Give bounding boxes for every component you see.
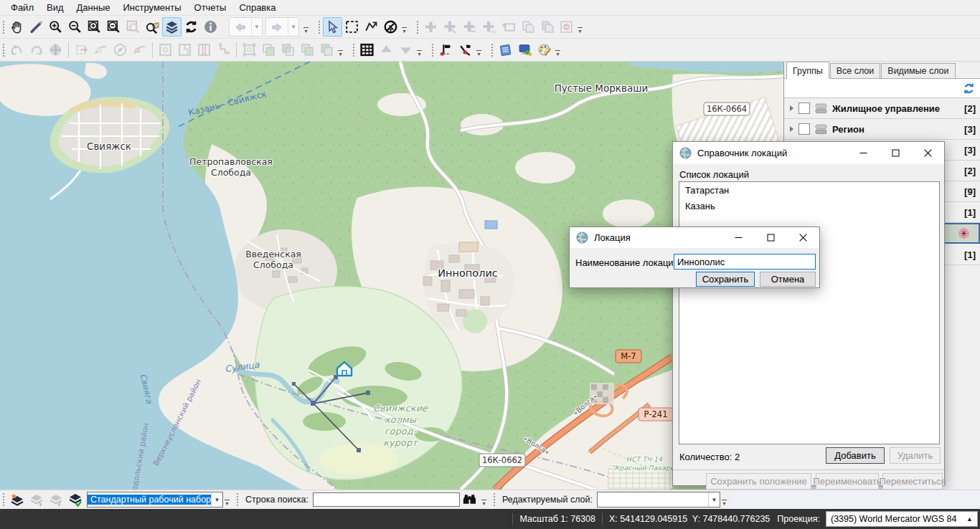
move-up-icon-disabled[interactable] (377, 40, 396, 59)
box-append-icon-disabled[interactable] (240, 40, 259, 59)
box-overlap-icon-1-disabled[interactable] (259, 40, 278, 59)
add-location-button[interactable]: Добавить (826, 447, 885, 464)
tab-all-layers[interactable]: Все слои (830, 63, 881, 78)
workset-export-icon-disabled[interactable] (46, 492, 65, 507)
edit-rect-icon-disabled[interactable] (72, 40, 91, 59)
nav-back-splitbutton[interactable]: ▼ (229, 17, 263, 37)
maximize-button[interactable] (755, 227, 787, 248)
refresh-map-icon[interactable] (182, 17, 201, 37)
toolbar-grip[interactable] (317, 19, 321, 35)
menu-reports[interactable]: Отчеты (188, 1, 233, 14)
close-button[interactable] (912, 142, 944, 164)
workset-favorite-layers-icon[interactable] (7, 492, 27, 507)
dialog-titlebar[interactable]: Справочник локаций (673, 142, 944, 164)
chevron-down-icon[interactable]: ▼ (211, 492, 222, 507)
layer-group-row[interactable]: Жилищное управление [2] (784, 98, 980, 119)
toolbar-overflow[interactable]: ▾ (302, 19, 310, 35)
zoom-out-window-icon[interactable] (104, 17, 123, 37)
save-location-button[interactable]: Сохранить (696, 272, 755, 287)
paste-icon-disabled[interactable] (537, 17, 557, 37)
chevron-up-icon[interactable]: ▲ (966, 515, 973, 523)
zoom-out-icon[interactable] (65, 17, 85, 37)
expand-caret-icon[interactable] (790, 126, 793, 132)
info-icon[interactable] (201, 17, 220, 37)
copy-icon-disabled[interactable] (518, 17, 537, 37)
rect-select-icon[interactable] (342, 17, 362, 37)
toolbar-grip[interactable] (415, 19, 419, 35)
zoom-in-icon[interactable] (46, 17, 65, 37)
delete-vertex-icon-disabled[interactable] (130, 40, 149, 59)
toolbar-overflow[interactable]: ▾ (720, 492, 728, 507)
dialog-titlebar[interactable]: Локация (570, 227, 819, 248)
box-cut-icon-disabled[interactable] (175, 40, 194, 59)
snap-flag-icon-1[interactable] (436, 40, 456, 59)
toolbar-grip[interactable] (1, 492, 5, 507)
move-objects-icon-disabled[interactable] (46, 40, 65, 59)
notes-icon[interactable] (496, 40, 515, 59)
add-object-icon-disabled[interactable] (421, 17, 440, 37)
rotate-icon-disabled[interactable] (110, 40, 130, 59)
editable-layer-combobox[interactable]: ▼ (597, 492, 720, 507)
menu-file[interactable]: Файл (4, 1, 40, 14)
layers-filter-bar[interactable] (784, 79, 980, 98)
measure-tool-icon[interactable] (27, 17, 46, 37)
toolbar-overflow[interactable]: ▾ (400, 19, 408, 35)
pan-hand-icon[interactable] (7, 17, 27, 37)
toolbar-overflow[interactable]: ▾ (554, 42, 562, 58)
box-overlap-icon-4-disabled[interactable] (317, 40, 336, 59)
select-cursor-icon[interactable] (323, 17, 342, 37)
nav-forward-dropdown[interactable]: ▼ (288, 18, 298, 36)
polygon-select-icon[interactable] (362, 17, 381, 37)
workset-apply-check-icon[interactable] (65, 492, 85, 507)
toolbar-overflow[interactable]: ▾ (576, 19, 584, 35)
workset-import-icon-disabled[interactable] (27, 492, 46, 507)
layers-tool-icon[interactable] (162, 17, 182, 37)
minimize-button[interactable] (847, 142, 880, 164)
cancel-button[interactable]: Отмена (760, 272, 816, 287)
undo-icon-disabled[interactable] (7, 40, 27, 59)
toolbar-grip[interactable] (235, 492, 239, 507)
toolbar-overflow[interactable]: ▾ (475, 42, 483, 58)
toolbar-overflow[interactable]: ▾ (415, 42, 423, 58)
menu-tools[interactable]: Инструменты (116, 1, 187, 14)
box-columns-icon-disabled[interactable] (194, 40, 214, 59)
menu-help[interactable]: Справка (232, 1, 282, 14)
redo-icon-disabled[interactable] (27, 40, 46, 59)
add-line-object-icon-disabled[interactable] (440, 17, 460, 37)
location-name-input[interactable] (674, 254, 816, 270)
chevron-down-icon[interactable]: ▼ (708, 492, 720, 507)
snap-flag-icon-2[interactable] (456, 40, 475, 59)
location-item[interactable]: Татарстан (679, 182, 939, 198)
toolbar-grip[interactable] (490, 42, 494, 58)
toolbar-overflow[interactable]: ▾ (480, 492, 488, 507)
clear-selection-icon[interactable] (381, 17, 400, 37)
locations-listbox[interactable]: Татарстан Казань (679, 181, 940, 444)
delete-location-button[interactable]: Удалить (890, 447, 941, 464)
search-input[interactable] (313, 492, 460, 507)
add-xy-object-icon-disabled[interactable]: xy (479, 17, 499, 37)
box-add-icon-disabled[interactable] (156, 40, 175, 59)
layer-group-row[interactable]: Регион [3] (784, 119, 980, 140)
expand-caret-icon[interactable] (790, 105, 793, 111)
location-item[interactable]: Казань (679, 198, 939, 214)
tab-visible-layers[interactable]: Видимые слои (881, 63, 955, 78)
refresh-layers-icon[interactable] (962, 82, 976, 95)
minimize-button[interactable] (722, 227, 755, 248)
nav-back-icon[interactable] (230, 18, 251, 36)
move-down-icon-disabled[interactable] (396, 40, 415, 59)
toolbar-grip[interactable] (1, 19, 5, 35)
polyline-edit-icon-disabled[interactable] (214, 40, 233, 59)
style-palette-icon[interactable] (534, 40, 554, 59)
group-checkbox[interactable] (798, 123, 810, 135)
save-position-button[interactable]: Сохранить положение (706, 473, 811, 490)
search-by-area-icon[interactable] (143, 17, 162, 37)
projection-combobox[interactable]: (3395) World Mercator WGS 84 ▲ (826, 511, 978, 527)
nav-back-dropdown[interactable]: ▼ (251, 18, 262, 36)
zoom-in-window-icon[interactable] (85, 17, 104, 37)
binoculars-search-icon[interactable] (460, 493, 480, 506)
toolbar-overflow[interactable]: ▾ (223, 492, 231, 507)
tab-groups[interactable]: Группы (786, 62, 829, 79)
delete-object-icon-disabled[interactable] (557, 17, 576, 37)
nav-forward-splitbutton[interactable]: ▼ (265, 17, 299, 37)
nav-forward-icon[interactable] (266, 18, 288, 36)
